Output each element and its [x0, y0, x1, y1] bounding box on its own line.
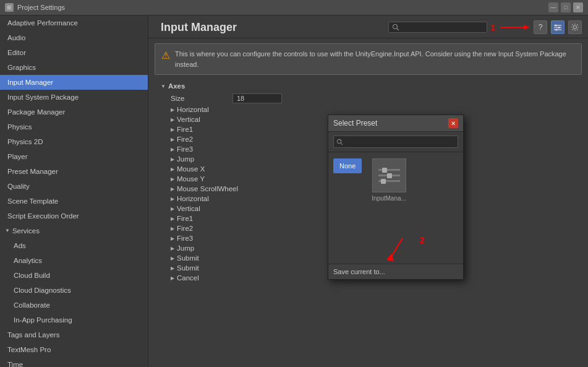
search-icon: [392, 24, 399, 31]
preset-button[interactable]: [551, 20, 565, 34]
annotation-1-label: 1: [491, 23, 495, 32]
annotation-arrow-2: [378, 235, 415, 263]
svg-point-9: [556, 29, 558, 31]
sidebar-item-tags-layers[interactable]: Tags and Layers: [0, 327, 148, 342]
sidebar-item-analytics[interactable]: Analytics: [0, 253, 148, 268]
window-title: Project Settings: [17, 4, 65, 11]
slider-thumb-1: [382, 168, 387, 173]
sidebar-item-audio[interactable]: Audio: [0, 30, 148, 45]
slider-line-1: [378, 169, 400, 171]
warning-box: ⚠ This is where you can configure the co…: [155, 43, 582, 75]
slider-line-3: [378, 180, 400, 182]
sidebar-item-graphics[interactable]: Graphics: [0, 60, 148, 75]
sidebar-item-cloud-diagnostics[interactable]: Cloud Diagnostics: [0, 283, 148, 298]
svg-rect-6: [554, 29, 561, 30]
svg-rect-5: [554, 27, 561, 28]
dialog-titlebar: Select Preset ✕: [328, 115, 463, 132]
slider-line-2: [378, 175, 400, 176]
sidebar-item-time[interactable]: Time: [0, 357, 148, 367]
sidebar-item-cloud-build[interactable]: Cloud Build: [0, 268, 148, 283]
sidebar-item-editor[interactable]: Editor: [0, 45, 148, 60]
sidebar-item-input-manager[interactable]: Input Manager: [0, 75, 148, 90]
svg-line-1: [397, 28, 399, 30]
sidebar-item-player[interactable]: Player: [0, 149, 148, 164]
size-label: Size: [171, 95, 232, 102]
sidebar-item-script-execution[interactable]: Script Execution Order: [0, 209, 148, 223]
svg-marker-3: [524, 25, 530, 30]
sidebar-item-textmesh[interactable]: TextMesh Pro: [0, 342, 148, 357]
dialog-search-input[interactable]: [333, 136, 458, 148]
dialog-title: Select Preset: [333, 119, 377, 127]
sidebar-item-package-manager[interactable]: Package Manager: [0, 105, 148, 119]
dialog-search-area: [328, 132, 463, 152]
preset-inputmana-icon: [372, 158, 406, 192]
axes-label: Axes: [168, 82, 185, 90]
maximize-button[interactable]: □: [561, 2, 571, 12]
sidebar-item-inapp-purchasing[interactable]: In-App Purchasing: [0, 313, 148, 327]
sidebar: Adaptive Performance Audio Editor Graphi…: [0, 15, 148, 367]
services-arrow: ▼: [5, 225, 10, 236]
axes-section-header[interactable]: ▼ Axes: [161, 80, 582, 92]
dialog-footer: Save current to...: [328, 264, 463, 279]
svg-point-11: [337, 139, 341, 143]
svg-point-8: [558, 27, 560, 28]
slider-thumb-3: [381, 179, 386, 184]
sidebar-item-physics[interactable]: Physics: [0, 119, 148, 134]
select-preset-dialog: Select Preset ✕ None: [328, 114, 464, 280]
preset-none-label[interactable]: None: [333, 158, 362, 173]
dialog-footer-text: Save current to...: [333, 268, 385, 275]
top-search-input[interactable]: [388, 22, 487, 33]
warning-text: This is where you can configure the cont…: [175, 49, 575, 69]
svg-point-7: [555, 25, 557, 27]
help-button[interactable]: ?: [534, 20, 547, 34]
header-right: 1 ?: [388, 20, 582, 34]
preset-icon: [553, 23, 562, 32]
preset-inputmana-item[interactable]: InputMana...: [372, 158, 406, 202]
size-input[interactable]: [232, 93, 282, 103]
content-area: Input Manager 1 ?: [148, 15, 588, 367]
content-header: Input Manager 1 ?: [148, 15, 588, 38]
window-icon: ⊞: [5, 3, 14, 12]
size-row: Size: [161, 92, 582, 105]
svg-point-10: [574, 26, 577, 29]
gear-icon: [571, 23, 579, 32]
minimize-button[interactable]: —: [548, 2, 558, 12]
warning-icon: ⚠: [161, 50, 170, 61]
annotation-2-area: 2: [328, 233, 463, 264]
dialog-content: None: [328, 152, 463, 233]
axis-item-horizontal-1[interactable]: ▶ Horizontal: [161, 105, 582, 114]
sidebar-item-input-system[interactable]: Input System Package: [0, 90, 148, 105]
content-title: Input Manager: [161, 21, 237, 34]
svg-line-12: [341, 143, 343, 145]
sidebar-item-quality[interactable]: Quality: [0, 179, 148, 194]
dialog-search-icon: [336, 139, 343, 145]
sidebar-item-preset-manager[interactable]: Preset Manager: [0, 164, 148, 179]
slider-thumb-2: [387, 173, 392, 178]
close-button[interactable]: ✕: [573, 2, 583, 12]
axes-arrow: ▼: [161, 84, 166, 89]
annotation-2-label: 2: [420, 235, 425, 245]
sidebar-item-physics2d[interactable]: Physics 2D: [0, 134, 148, 149]
settings-gear-button[interactable]: [568, 20, 582, 34]
annotation-arrow-1: [499, 22, 530, 32]
title-bar: ⊞ Project Settings — □ ✕: [0, 0, 588, 15]
main-container: Adaptive Performance Audio Editor Graphi…: [0, 15, 588, 367]
sidebar-section-services[interactable]: ▼ Services: [0, 223, 148, 238]
sidebar-item-scene-template[interactable]: Scene Template: [0, 194, 148, 209]
dialog-close-button[interactable]: ✕: [448, 118, 458, 128]
sidebar-item-ads[interactable]: Ads: [0, 238, 148, 253]
services-label: Services: [12, 225, 40, 236]
svg-point-0: [393, 25, 397, 29]
preset-inputmana-label: InputMana...: [372, 195, 406, 202]
window-controls: — □ ✕: [548, 2, 583, 12]
sidebar-item-adaptive-performance[interactable]: Adaptive Performance: [0, 15, 148, 30]
preset-none-item[interactable]: None: [333, 158, 362, 173]
sidebar-item-collaborate[interactable]: Collaborate: [0, 298, 148, 313]
